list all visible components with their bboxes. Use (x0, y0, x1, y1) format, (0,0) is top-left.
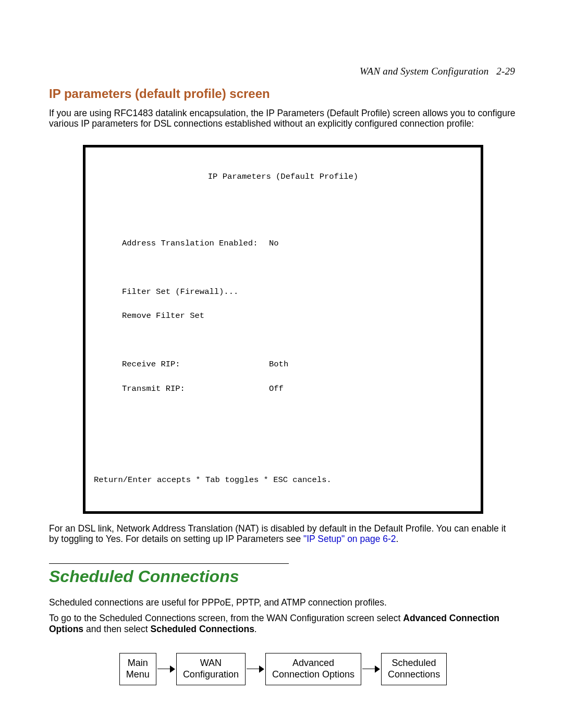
terminal-body: Address Translation Enabled:No Filter Se… (122, 224, 474, 410)
p2-mid: and then select (83, 624, 150, 634)
post-terminal-paragraph: For an DSL link, Network Address Transla… (49, 523, 517, 545)
intro-paragraph: If you are using RFC1483 datalink encaps… (49, 108, 517, 129)
p2-bold2: Scheduled Connections (151, 624, 254, 634)
header-title: WAN and System Configuration (360, 66, 489, 77)
nav-box-main-menu: Main Menu (119, 653, 156, 685)
p2-pre: To go to the Scheduled Connections scree… (49, 613, 403, 623)
nav-b2-l2: Configuration (183, 669, 239, 680)
page-header: WAN and System Configuration 2-29 (49, 66, 515, 77)
terminal-title: IP Parameters (Default Profile) (92, 173, 474, 181)
nav-b3-l2: Connection Options (272, 669, 354, 680)
arrow-icon (362, 665, 380, 673)
filter-set-row: Filter Set (Firewall)... (122, 288, 474, 297)
ip-setup-link[interactable]: "IP Setup" on page 6-2 (303, 534, 396, 544)
nav-b2-l1: WAN (200, 658, 222, 668)
nav-b1-l1: Main (128, 658, 148, 668)
arrow-icon (247, 665, 264, 673)
receive-rip-value: Both (269, 361, 288, 369)
document-page: WAN and System Configuration 2-29 IP par… (0, 0, 563, 685)
section-heading-scheduled-connections: Scheduled Connections (49, 567, 517, 587)
nav-box-wan-config: WAN Configuration (176, 653, 246, 685)
navigation-diagram: Main Menu WAN Configuration Advanced Con… (49, 653, 517, 685)
remove-filter-row: Remove Filter Set (122, 312, 474, 320)
nav-box-scheduled-connections: Scheduled Connections (381, 653, 447, 685)
post-terminal-text-post: . (396, 534, 399, 544)
section-divider (49, 563, 289, 564)
nav-b4-l1: Scheduled (392, 658, 436, 668)
nav-box-advanced-options: Advanced Connection Options (265, 653, 361, 685)
p2-post: . (254, 624, 257, 634)
arrow-icon (157, 665, 175, 673)
header-page-ref: 2-29 (496, 66, 515, 77)
terminal-footer: Return/Enter accepts * Tab toggles * ESC… (94, 476, 474, 485)
addr-trans-value: No (269, 240, 279, 248)
transmit-rip-label: Transmit RIP: (122, 385, 269, 393)
scheduled-p2: To go to the Scheduled Connections scree… (49, 613, 517, 634)
addr-trans-label: Address Translation Enabled: (122, 240, 269, 248)
transmit-rip-value: Off (269, 385, 284, 393)
post-terminal-text-pre: For an DSL link, Network Address Transla… (49, 523, 506, 545)
nav-b1-l2: Menu (126, 669, 150, 680)
receive-rip-label: Receive RIP: (122, 361, 269, 369)
terminal-screenshot: IP Parameters (Default Profile) Address … (83, 145, 483, 514)
nav-b3-l1: Advanced (292, 658, 334, 668)
nav-b4-l2: Connections (388, 669, 440, 680)
scheduled-p1: Scheduled connections are useful for PPP… (49, 597, 517, 608)
section-heading-ip-params: IP parameters (default profile) screen (49, 87, 517, 101)
